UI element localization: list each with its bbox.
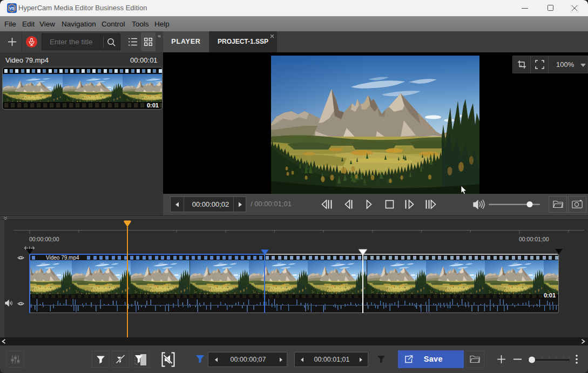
svg-text:VS: VS — [9, 6, 15, 11]
